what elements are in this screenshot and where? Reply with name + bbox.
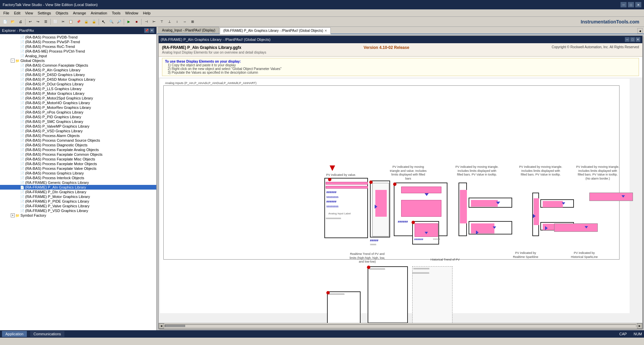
tree-item[interactable]: 📄(RA-FRAME) P_Motor Graphics Library: [0, 194, 156, 199]
menu-view[interactable]: View: [23, 10, 35, 16]
tree-item[interactable]: 📄(RA-BAS) P_MotorHO Graphics Library: [0, 100, 156, 105]
separator-2: [50, 19, 51, 25]
tree-item-label: (RA-BAS) Process Diagnostic Objects: [25, 143, 88, 147]
redo-button[interactable]: ↪: [34, 18, 42, 25]
tree-item[interactable]: 📄(RA-FRAME) P_DIn Graphics Library: [0, 190, 156, 194]
tree-item[interactable]: 📄(RA-BAS) P_LLS Graphics Library: [0, 86, 156, 91]
menu-tools[interactable]: Tools: [110, 10, 122, 16]
tree-item[interactable]: 📄(RA-BAS) Process Faceplate Analog Objec…: [0, 147, 156, 152]
pin-button[interactable]: 📌: [144, 28, 149, 33]
scroll-left-button[interactable]: ◄: [159, 323, 164, 329]
tree-item[interactable]: 📄(RA-FRAME) P_AIn Graphics Library: [0, 185, 156, 190]
tree-item[interactable]: 📄(RA-BAS) P_Motor2Spd Graphics Library: [0, 96, 156, 100]
stop-button[interactable]: ■: [133, 18, 140, 25]
unlock-button[interactable]: 🔓: [90, 18, 98, 25]
status-tab-communications[interactable]: Communications: [30, 331, 64, 337]
new-button[interactable]: 📄: [1, 18, 9, 25]
explorer-close-button[interactable]: ✕: [150, 28, 154, 33]
tab-scroll-button[interactable]: ◄: [637, 28, 643, 33]
tree-item[interactable]: 📄(RA-BAS) Process PVwSP-Trend: [0, 40, 156, 44]
tree-item[interactable]: 📄(RA-BAS) Process Diagnostic Objects: [0, 143, 156, 147]
inner-max-button[interactable]: □: [630, 37, 635, 42]
desc-pv-value: PV indicated by value.: [324, 173, 358, 177]
library-copyright: Copyright © Rockwell Automation, Inc. Al…: [552, 45, 639, 50]
tree-item[interactable]: 📄(RA-BAS) Common Faceplate Objects: [0, 63, 156, 68]
tree-item[interactable]: 📄(RA-BAS) P_VSD Graphics Library: [0, 129, 156, 133]
tree-item[interactable]: 📄(RA-BAS) P_MotorRev Graphics Library: [0, 105, 156, 110]
align-top-button[interactable]: ⊥: [166, 18, 173, 25]
lock-button[interactable]: 🔒: [83, 18, 90, 25]
tree-item[interactable]: 📄(RA-BAS) Process RoC-Trend: [0, 44, 156, 49]
tree-item[interactable]: 📄(RA-BAS) Process PVDB-Trend: [0, 35, 156, 40]
status-tab-application[interactable]: Application: [2, 331, 27, 337]
canvas-area[interactable]: Analog Inputs (P_AIn,P_AInAdv,P_AInDual,…: [159, 77, 642, 323]
menu-objects[interactable]: Objects: [54, 10, 70, 16]
tree-item[interactable]: 📄(RA-BAS) Process Command Source Objects: [0, 138, 156, 143]
menu-animation[interactable]: Animation: [89, 10, 109, 16]
menu-arrange[interactable]: Arrange: [71, 10, 88, 16]
play-button[interactable]: ▶: [125, 18, 132, 25]
paste-button[interactable]: 📌: [75, 18, 82, 25]
tree-item[interactable]: -📁Global Objects: [0, 58, 156, 63]
tree-item[interactable]: 📄(RA-BAS) P_nPos Graphics Library: [0, 110, 156, 115]
pointer-button[interactable]: ↖: [100, 18, 107, 25]
scroll-thumb[interactable]: [165, 325, 185, 327]
tree-item[interactable]: 📄(RA-FRAME) P_PIDE Graphics Library: [0, 199, 156, 204]
tree-item[interactable]: 📄(RA-FRAME) P_Valve Graphics Library: [0, 204, 156, 208]
alarm-dot-1: [328, 178, 331, 181]
tab-globalobjects[interactable]: (RA-FRAME) P_AIn Graphics Library - /Pla…: [220, 27, 331, 34]
close-button[interactable]: ✕: [635, 2, 641, 7]
menu-settings[interactable]: Settings: [36, 10, 53, 16]
tree-item[interactable]: 📄(RA-FRAME) Generic Graphics Library: [0, 180, 156, 185]
tree-item[interactable]: +📁Symbol Factory: [0, 213, 156, 218]
tree-item[interactable]: 📄(RA-BAS-ME) Process PVCtrl-Trend: [0, 49, 156, 54]
menu-file[interactable]: File: [1, 10, 11, 16]
scroll-right-button[interactable]: ►: [637, 323, 642, 329]
tab-close-icon[interactable]: ✕: [324, 29, 327, 32]
align-middle-button[interactable]: ↕: [173, 18, 181, 25]
tree-item[interactable]: 📄(RA-BAS) Process Faceplate Misc Objects: [0, 157, 156, 161]
copy-button[interactable]: 📋: [67, 18, 74, 25]
tree-item[interactable]: 📄(RA-FRAME) P_VSD Graphics Library: [0, 208, 156, 213]
tree-item[interactable]: 📄(RA-BAS) P_ValveMP Graphics Library: [0, 124, 156, 129]
align-center-button[interactable]: ⊢: [150, 18, 158, 25]
tab-display[interactable]: Analog_Input - /PlantPAx// (Display): [158, 27, 219, 33]
horizontal-scrollbar[interactable]: ◄ ►: [159, 323, 642, 329]
menu-window[interactable]: Window: [123, 10, 140, 16]
tree-item[interactable]: 📄(RA-BAS) Process Interlock Objects: [0, 176, 156, 180]
minimize-button[interactable]: ─: [621, 2, 627, 7]
distribute-button[interactable]: ⊞: [189, 18, 196, 25]
tree-item[interactable]: 📄(RA-BAS) P_DOut Graphics Library: [0, 82, 156, 86]
menu-help[interactable]: Help: [141, 10, 153, 16]
maximize-button[interactable]: □: [628, 2, 634, 7]
tree-item[interactable]: 📄(RA-BAS) Process Alarm Objects: [0, 133, 156, 138]
tree-item[interactable]: 📄(RA-BAS) Process Faceplate Motor Object…: [0, 161, 156, 166]
tree-item[interactable]: 📄Analog_Input: [0, 54, 156, 58]
explorer-tree: 📄(RA-BAS) Process PVDB-Trend📄(RA-BAS) Pr…: [0, 34, 156, 330]
align-left-button[interactable]: ⊣: [143, 18, 150, 25]
tree-item[interactable]: 📄(RA-BAS) Process Faceplate Common Objec…: [0, 152, 156, 157]
align-bottom-button[interactable]: ↔: [181, 18, 189, 25]
print-button[interactable]: 🖨: [17, 18, 24, 25]
inner-min-button[interactable]: ─: [625, 37, 630, 42]
tree-item[interactable]: 📄(RA-BAS) Process Graphics Library: [0, 171, 156, 176]
tree-expander-icon[interactable]: +: [11, 213, 15, 217]
tree-expander-icon[interactable]: -: [11, 59, 15, 63]
tree-item[interactable]: 📄(RA-BAS) P_D4SD Motor Graphics Library: [0, 77, 156, 82]
inner-close-button[interactable]: ✕: [636, 37, 640, 42]
zoom-in-button[interactable]: 🔍: [108, 18, 115, 25]
tree-item[interactable]: 📄(RA-BAS) P_SMC Graphics Library: [0, 119, 156, 124]
undo-button[interactable]: ↩: [26, 18, 34, 25]
rect-button[interactable]: ⬜: [52, 18, 59, 25]
tree-item[interactable]: 📄(RA-BAS) P_Motor Graphics Library: [0, 91, 156, 96]
align-right-button[interactable]: ⊤: [158, 18, 165, 25]
open-button[interactable]: 📂: [9, 18, 16, 25]
menu-edit[interactable]: Edit: [12, 10, 22, 16]
list-button[interactable]: ☰: [42, 18, 49, 25]
tree-item[interactable]: 📄(RA-BAS) P_D4SD Graphics Library: [0, 72, 156, 77]
cut-button[interactable]: ✂: [59, 18, 67, 25]
tree-item[interactable]: 📄(RA-BAS) P_AIn Graphics Library: [0, 68, 156, 72]
tree-item[interactable]: 📄(RA-BAS) Process Faceplate Valve Object…: [0, 166, 156, 171]
tree-item[interactable]: 📄(RA-BAS) P_PID Graphics Library: [0, 115, 156, 119]
zoom-out-button[interactable]: 🔎: [115, 18, 123, 25]
